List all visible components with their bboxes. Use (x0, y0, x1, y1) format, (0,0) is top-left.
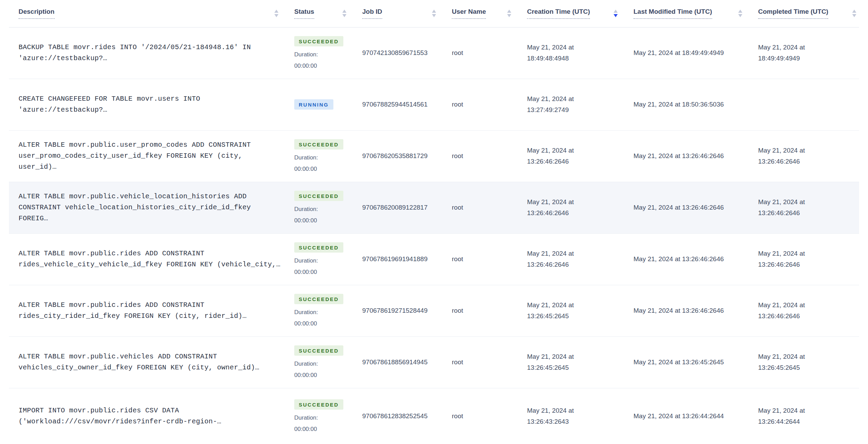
table-row[interactable]: ALTER TABLE movr.public.rides ADD CONSTR… (9, 233, 859, 285)
user-name: root (452, 27, 527, 79)
job-status-cell: SUCCEEDED Duration: 00:00:00 (294, 336, 362, 388)
completed-time: May 21, 2024 at 13:26:46:2646 (758, 130, 859, 182)
job-id: 970678620535881729 (362, 130, 452, 182)
column-label-status[interactable]: Status (294, 8, 314, 19)
creation-time: May 21, 2024 at 13:26:43:2643 (527, 388, 633, 444)
duration-label: Duration: (294, 414, 352, 422)
status-badge: SUCCEEDED (294, 294, 343, 304)
column-header-creation-time[interactable]: Creation Time (UTC) (527, 0, 633, 27)
job-description: BACKUP TABLE movr.rides INTO '/2024/05/2… (9, 27, 294, 79)
sort-control-completed-time[interactable] (848, 10, 856, 17)
sort-asc-icon[interactable] (738, 10, 742, 13)
sort-control-user-name[interactable] (503, 10, 511, 17)
column-header-status[interactable]: Status (294, 0, 362, 27)
column-label-creation-time[interactable]: Creation Time (UTC) (527, 8, 590, 19)
job-status-cell: SUCCEEDED Duration: 00:00:00 (294, 388, 362, 444)
duration-label: Duration: (294, 360, 352, 368)
user-name: root (452, 130, 527, 182)
sort-desc-icon[interactable] (738, 14, 742, 17)
job-description: CREATE CHANGEFEED FOR TABLE movr.users I… (9, 79, 294, 130)
table-header: Description Status J (9, 0, 859, 27)
job-id: 970678619691941889 (362, 233, 452, 285)
sort-control-description[interactable] (270, 10, 278, 17)
table-row-highlighted[interactable]: ALTER TABLE movr.public.vehicle_location… (9, 182, 859, 233)
status-badge: SUCCEEDED (294, 36, 343, 46)
user-name: root (452, 79, 527, 130)
sort-desc-active-icon[interactable] (614, 14, 618, 17)
job-description: ALTER TABLE movr.public.rides ADD CONSTR… (9, 233, 294, 285)
job-status-cell: SUCCEEDED Duration: 00:00:00 (294, 285, 362, 336)
duration-label: Duration: (294, 154, 352, 162)
sort-control-job-id[interactable] (428, 10, 436, 17)
column-header-completed-time[interactable]: Completed Time (UTC) (758, 0, 859, 27)
sort-asc-icon[interactable] (342, 10, 346, 13)
sort-asc-icon[interactable] (852, 10, 856, 13)
job-status-cell: RUNNING (294, 79, 362, 130)
column-label-description[interactable]: Description (19, 8, 55, 19)
column-header-job-id[interactable]: Job ID (362, 0, 452, 27)
column-label-job-id[interactable]: Job ID (362, 8, 382, 19)
last-modified-time: May 21, 2024 at 13:26:46:2646 (633, 233, 758, 285)
table-row[interactable]: BACKUP TABLE movr.rides INTO '/2024/05/2… (9, 27, 859, 79)
sort-asc-icon[interactable] (614, 10, 618, 13)
jobs-table-container: Description Status J (0, 0, 868, 444)
status-badge: SUCCEEDED (294, 139, 343, 149)
job-status-cell: SUCCEEDED Duration: 00:00:00 (294, 27, 362, 79)
column-label-completed-time[interactable]: Completed Time (UTC) (758, 8, 828, 19)
completed-time: May 21, 2024 at 13:26:46:2646 (758, 285, 859, 336)
job-status-cell: SUCCEEDED Duration: 00:00:00 (294, 233, 362, 285)
completed-time: May 21, 2024 at 18:49:49:4949 (758, 27, 859, 79)
column-label-last-modified-time[interactable]: Last Modified Time (UTC) (633, 8, 712, 19)
sort-control-last-modified-time[interactable] (734, 10, 742, 17)
jobs-table: Description Status J (9, 0, 859, 444)
job-id: 970742130859671553 (362, 27, 452, 79)
status-badge: RUNNING (294, 99, 333, 110)
duration-value: 00:00:00 (294, 425, 352, 433)
table-row[interactable]: ALTER TABLE movr.public.user_promo_codes… (9, 130, 859, 182)
duration-value: 00:00:00 (294, 165, 352, 173)
user-name: root (452, 336, 527, 388)
creation-time: May 21, 2024 at 13:26:46:2646 (527, 233, 633, 285)
column-label-user-name[interactable]: User Name (452, 8, 486, 19)
sort-desc-icon[interactable] (274, 14, 278, 17)
last-modified-time: May 21, 2024 at 18:49:49:4949 (633, 27, 758, 79)
duration-value: 00:00:00 (294, 217, 352, 224)
column-header-description[interactable]: Description (9, 0, 294, 27)
table-row[interactable]: CREATE CHANGEFEED FOR TABLE movr.users I… (9, 79, 859, 130)
job-id: 970678612838252545 (362, 388, 452, 444)
table-row[interactable]: IMPORT INTO movr.public.rides CSV DATA (… (9, 388, 859, 444)
sort-asc-icon[interactable] (432, 10, 436, 13)
sort-asc-icon[interactable] (507, 10, 511, 13)
duration-label: Duration: (294, 309, 352, 316)
job-description: ALTER TABLE movr.public.rides ADD CONSTR… (9, 285, 294, 336)
sort-asc-icon[interactable] (274, 10, 278, 13)
sort-control-status[interactable] (338, 10, 346, 17)
sort-control-creation-time[interactable] (609, 10, 618, 17)
last-modified-time: May 21, 2024 at 18:50:36:5036 (633, 79, 758, 130)
column-header-user-name[interactable]: User Name (452, 0, 527, 27)
duration-value: 00:00:00 (294, 268, 352, 276)
completed-time (758, 79, 859, 130)
job-description: IMPORT INTO movr.public.rides CSV DATA (… (9, 388, 294, 444)
creation-time: May 21, 2024 at 13:26:46:2646 (527, 182, 633, 233)
sort-desc-icon[interactable] (432, 14, 436, 17)
sort-desc-icon[interactable] (342, 14, 346, 17)
creation-time: May 21, 2024 at 13:26:45:2645 (527, 336, 633, 388)
last-modified-time: May 21, 2024 at 13:26:46:2646 (633, 182, 758, 233)
last-modified-time: May 21, 2024 at 13:26:45:2645 (633, 336, 758, 388)
user-name: root (452, 182, 527, 233)
table-row[interactable]: ALTER TABLE movr.public.rides ADD CONSTR… (9, 285, 859, 336)
sort-desc-icon[interactable] (507, 14, 511, 17)
job-description: ALTER TABLE movr.public.vehicle_location… (9, 182, 294, 233)
status-badge: SUCCEEDED (294, 242, 343, 253)
job-id: 970678618856914945 (362, 336, 452, 388)
creation-time: May 21, 2024 at 13:27:49:2749 (527, 79, 633, 130)
table-body: BACKUP TABLE movr.rides INTO '/2024/05/2… (9, 27, 859, 444)
duration-value: 00:00:00 (294, 371, 352, 379)
duration-label: Duration: (294, 206, 352, 213)
sort-desc-icon[interactable] (852, 14, 856, 17)
column-header-last-modified-time[interactable]: Last Modified Time (UTC) (633, 0, 758, 27)
job-status-cell: SUCCEEDED Duration: 00:00:00 (294, 182, 362, 233)
table-row[interactable]: ALTER TABLE movr.public.vehicles ADD CON… (9, 336, 859, 388)
last-modified-time: May 21, 2024 at 13:26:46:2646 (633, 285, 758, 336)
